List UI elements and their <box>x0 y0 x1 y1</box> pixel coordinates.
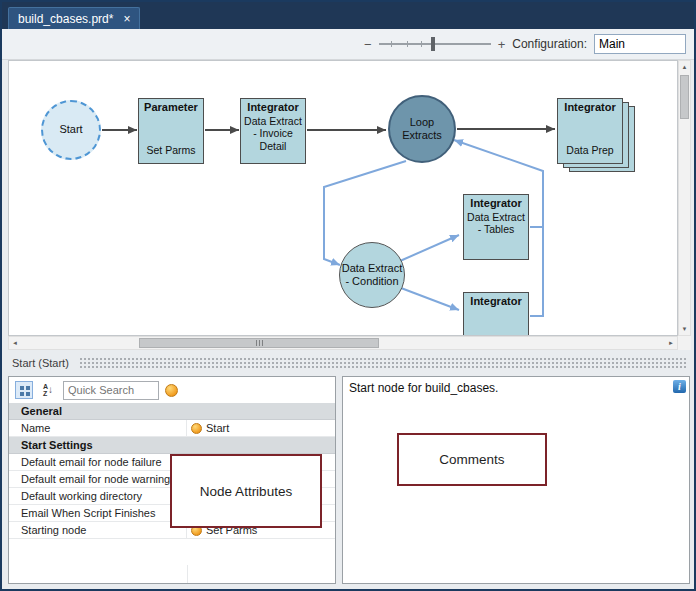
scroll-up-icon[interactable]: ▲ <box>679 61 690 73</box>
categorized-icon <box>20 386 24 390</box>
quick-search-input[interactable] <box>63 381 159 400</box>
node-label: Set Parms <box>145 113 196 163</box>
canvas-vertical-scrollbar[interactable]: ▲ ▼ <box>678 60 691 336</box>
info-icon[interactable]: i <box>673 380 686 393</box>
node-loop-extracts[interactable]: Loop Extracts <box>388 95 456 163</box>
node-start-label: Start <box>59 123 82 136</box>
property-name: Email When Script Finishes <box>9 505 187 521</box>
tab-build-cbases[interactable]: build_cbases.prd* × <box>8 7 140 29</box>
alphabetical-sort-button[interactable]: AZ↓ <box>39 381 57 399</box>
selected-node-splitter[interactable]: Start (Start) <box>2 352 694 373</box>
thumb-grip <box>262 340 263 346</box>
canvas-horizontal-scrollbar[interactable]: ◄ ► <box>8 336 678 350</box>
scroll-left-icon[interactable]: ◄ <box>9 337 21 349</box>
category-label: Start Settings <box>21 439 93 451</box>
canvas-toolbar: − + Configuration: <box>2 29 694 60</box>
category-row-start-settings[interactable]: Start Settings <box>9 437 335 454</box>
zoom-slider-thumb[interactable] <box>431 37 435 51</box>
node-label: Data Extract - Tables <box>464 209 528 259</box>
node-parameter-set-parms[interactable]: Parameter Set Parms <box>138 98 204 164</box>
node-type-title: Integrator <box>470 295 521 307</box>
node-label: Data Prep <box>565 113 614 163</box>
node-start[interactable]: Start <box>41 100 101 160</box>
zoom-slider-track <box>379 43 491 45</box>
tab-strip: build_cbases.prd* × <box>2 2 694 29</box>
category-label: General <box>21 405 62 417</box>
property-row-name[interactable]: Name Start <box>9 420 335 437</box>
horizontal-scroll-thumb[interactable] <box>139 338 379 348</box>
node-integrator-bottom[interactable]: Integrator <box>463 292 529 336</box>
node-type-title: Integrator <box>564 101 615 113</box>
advanced-properties-icon[interactable] <box>165 384 178 397</box>
callout-label: Comments <box>439 452 504 467</box>
tab-close-icon[interactable]: × <box>123 13 130 25</box>
callout-label: Node Attributes <box>200 484 292 499</box>
slider-tick <box>391 41 392 47</box>
property-name: Name <box>9 420 187 436</box>
property-name: Starting node <box>9 522 187 538</box>
sort-az-icon: AZ↓ <box>43 383 53 397</box>
property-name: Default email for node failure <box>9 454 187 470</box>
node-data-extract-condition[interactable]: Data Extract - Condition <box>339 242 405 308</box>
thumb-grip <box>256 340 257 346</box>
workflow-canvas[interactable]: Start Parameter Set Parms Integrator Dat… <box>8 60 678 336</box>
node-type-title: Integrator <box>470 197 521 209</box>
app-window: build_cbases.prd* × − + Configuration: <box>0 0 696 591</box>
node-integrator-data-prep[interactable]: Integrator Data Prep <box>557 98 623 164</box>
zoom-out-icon[interactable]: − <box>364 37 372 52</box>
scroll-down-icon[interactable]: ▼ <box>679 323 690 335</box>
node-label: Loop Extracts <box>390 116 454 142</box>
slider-tick <box>421 41 422 47</box>
node-label: Data Extract - Invoice Detail <box>241 113 305 163</box>
categorized-view-button[interactable] <box>15 381 33 399</box>
grid-column-divider <box>187 565 188 583</box>
node-type-title: Integrator <box>247 101 298 113</box>
comments-text[interactable]: Start node for build_cbases. <box>343 377 689 399</box>
vertical-scroll-thumb[interactable] <box>680 75 689 119</box>
configuration-label: Configuration: <box>512 37 587 51</box>
category-row-general[interactable]: General <box>9 403 335 420</box>
node-label: Data Extract - Condition <box>340 262 404 288</box>
comments-callout: Comments <box>397 433 547 486</box>
selected-node-label: Start (Start) <box>12 357 69 369</box>
zoom-in-icon[interactable]: + <box>498 37 506 52</box>
scrollbar-corner <box>678 336 691 350</box>
splitter-dots <box>79 357 686 369</box>
node-integrator-invoice-detail[interactable]: Integrator Data Extract - Invoice Detail <box>240 98 306 164</box>
property-value-text: Start <box>206 422 229 434</box>
tab-title: build_cbases.prd* <box>18 12 113 26</box>
property-name: Default email for node warning <box>9 471 187 487</box>
property-value[interactable]: Start <box>187 420 335 436</box>
node-attributes-callout: Node Attributes <box>170 454 322 528</box>
slider-tick <box>407 41 408 47</box>
scroll-right-icon[interactable]: ► <box>665 337 677 349</box>
property-name: Default working directory <box>9 488 187 504</box>
node-integrator-tables[interactable]: Integrator Data Extract - Tables <box>463 194 529 260</box>
configuration-input[interactable] <box>594 34 686 54</box>
thumb-grip <box>259 340 260 346</box>
node-type-title: Parameter <box>144 101 198 113</box>
zoom-slider[interactable] <box>379 37 491 51</box>
property-marker-icon <box>191 423 202 434</box>
properties-toolbar: AZ↓ <box>9 377 335 403</box>
